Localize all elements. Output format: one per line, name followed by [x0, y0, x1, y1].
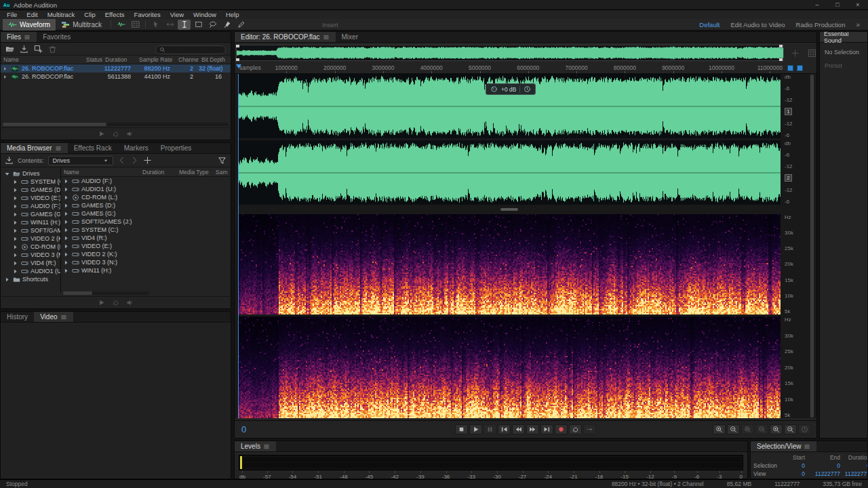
expand-caret-icon[interactable] [12, 203, 19, 210]
play-button[interactable] [469, 424, 482, 434]
new-content-button[interactable] [34, 45, 43, 54]
spectrogram-channel-1[interactable] [238, 214, 781, 314]
expand-caret-icon[interactable] [3, 276, 11, 283]
back-button[interactable] [117, 156, 126, 165]
menu-item[interactable]: Clip [79, 11, 100, 18]
drive-row[interactable]: VIDEO 2 (K:) [61, 250, 230, 258]
menu-item[interactable]: File [2, 11, 22, 18]
panel-menu-icon[interactable] [263, 443, 270, 450]
expand-caret-icon[interactable] [12, 219, 19, 226]
slip-tool[interactable] [163, 20, 176, 30]
zoom-in-button[interactable] [713, 424, 726, 434]
expand-caret-icon[interactable] [62, 251, 70, 258]
delete-button[interactable] [48, 45, 57, 54]
menu-item[interactable]: Window [189, 11, 221, 18]
drive-row[interactable]: SYSTEM (C:) [61, 226, 230, 234]
channel-1-badge[interactable]: 1 [785, 108, 792, 115]
tree-item[interactable]: AUDIO1 (U:) [1, 267, 60, 275]
menu-item[interactable]: Help [221, 11, 244, 18]
expand-caret-icon[interactable] [62, 202, 70, 209]
mixer-tab[interactable]: Mixer [336, 32, 364, 42]
channel-2-enable-toggle[interactable] [797, 65, 803, 71]
media-horizontal-scrollbar[interactable] [63, 291, 149, 295]
expand-caret-icon[interactable] [62, 267, 70, 274]
tab-selection-view[interactable]: Selection/View [751, 441, 816, 451]
expand-caret-icon[interactable] [62, 210, 70, 218]
expand-caret-icon[interactable] [12, 235, 19, 243]
expand-caret-icon[interactable] [3, 170, 11, 178]
drive-row[interactable]: AUDIO1 (U:) [61, 185, 230, 193]
selection-start[interactable]: 0 [783, 462, 805, 469]
level-meter[interactable] [239, 455, 743, 470]
expand-caret-icon[interactable] [12, 243, 19, 251]
filter-button[interactable] [218, 156, 226, 165]
tree-item[interactable]: AUDIO (F:) [1, 202, 60, 210]
tree-item[interactable]: VIDEO 2 (K:) [1, 235, 60, 243]
tree-item[interactable]: VIDEO (E:) [1, 194, 60, 202]
file-row[interactable]: 26. ROBOCOP.flac 5611388 44100 Hz 2 16 [1, 73, 231, 81]
expand-caret-icon[interactable] [12, 251, 19, 259]
expand-caret-icon[interactable] [62, 235, 70, 242]
drive-row[interactable]: VID4 (R:) [61, 234, 230, 242]
paintbrush-selection-tool[interactable] [220, 20, 233, 30]
expand-caret-icon[interactable] [62, 194, 70, 201]
waveform-view-button[interactable]: Waveform [3, 19, 56, 30]
expand-caret-icon[interactable] [12, 260, 19, 267]
skip-selection-button[interactable] [583, 424, 596, 434]
expand-caret-icon[interactable] [2, 74, 8, 80]
zoom-out-horizontal-button[interactable] [755, 424, 768, 434]
channel-1-enable-toggle[interactable] [787, 65, 793, 71]
drive-row[interactable]: GAMES (G:) [61, 209, 230, 218]
expand-caret-icon[interactable] [62, 218, 70, 226]
drive-row[interactable]: AUDIO (F:) [61, 177, 230, 185]
editor-vertical-scrollbar[interactable] [810, 74, 814, 418]
workspace-radio-production[interactable]: Radio Production [791, 21, 851, 28]
zoom-in-vertical-button[interactable] [770, 424, 783, 434]
drive-list-header[interactable]: NameDurationMedia TypeSam [61, 168, 230, 177]
fast-forward-button[interactable] [526, 424, 539, 434]
panel-menu-icon[interactable] [323, 34, 330, 41]
add-shortcut-button[interactable] [143, 156, 152, 165]
tree-item[interactable]: GAMES (G:) [1, 210, 60, 218]
show-spectral-button[interactable] [129, 20, 142, 30]
zoom-reset-button[interactable] [798, 424, 811, 434]
spectrogram-channel-2[interactable] [238, 317, 781, 418]
selection-end[interactable]: 0 [805, 462, 840, 469]
tree-item[interactable]: VIDEO 3 (N:) [1, 251, 60, 259]
drive-row[interactable]: WIN11 (H:) [61, 266, 230, 274]
expand-caret-icon[interactable] [2, 66, 8, 72]
multitrack-view-button[interactable]: Multitrack [56, 19, 107, 30]
expand-caret-icon[interactable] [62, 226, 70, 234]
panel-menu-icon[interactable] [55, 145, 62, 152]
rewind-button[interactable] [512, 424, 525, 434]
tab-markers[interactable]: Markers [118, 143, 155, 153]
expand-caret-icon[interactable] [12, 227, 19, 235]
file-search-input[interactable] [155, 45, 226, 54]
contents-dropdown[interactable]: Drives [48, 156, 113, 165]
tree-item[interactable]: GAMES (D:) [1, 186, 60, 194]
lasso-selection-tool[interactable] [206, 20, 219, 30]
scrollbar-thumb[interactable] [63, 291, 92, 295]
drive-row[interactable]: VIDEO 3 (N:) [61, 258, 230, 266]
expand-caret-icon[interactable] [12, 211, 19, 218]
marquee-selection-tool[interactable] [192, 20, 205, 30]
tab-files[interactable]: Files [1, 32, 37, 42]
scrollbar-thumb[interactable] [810, 75, 814, 418]
playhead[interactable] [238, 74, 239, 418]
expand-caret-icon[interactable] [62, 243, 70, 250]
files-horizontal-scrollbar[interactable] [3, 123, 229, 126]
panel-menu-icon[interactable] [60, 314, 67, 321]
view-start[interactable]: 0 [783, 470, 805, 477]
drive-row[interactable]: SOFT/GAMES (J:) [61, 218, 230, 226]
view-end[interactable]: 11222777 [805, 470, 840, 477]
expand-caret-icon[interactable] [12, 186, 19, 194]
drive-row[interactable]: VIDEO (E:) [61, 242, 230, 250]
workspace-default[interactable]: Default [694, 21, 725, 28]
zoom-in-horizontal-button[interactable] [741, 424, 754, 434]
channel-2-badge[interactable]: 2 [785, 174, 792, 182]
volume-knob-icon[interactable] [490, 85, 498, 93]
auto-play-button[interactable] [126, 299, 134, 306]
auto-play-button[interactable] [126, 130, 134, 138]
record-button[interactable] [555, 424, 568, 434]
file-row[interactable]: 26. ROBOCOP.flac 11222777 88200 Hz 2 32 … [1, 64, 231, 73]
